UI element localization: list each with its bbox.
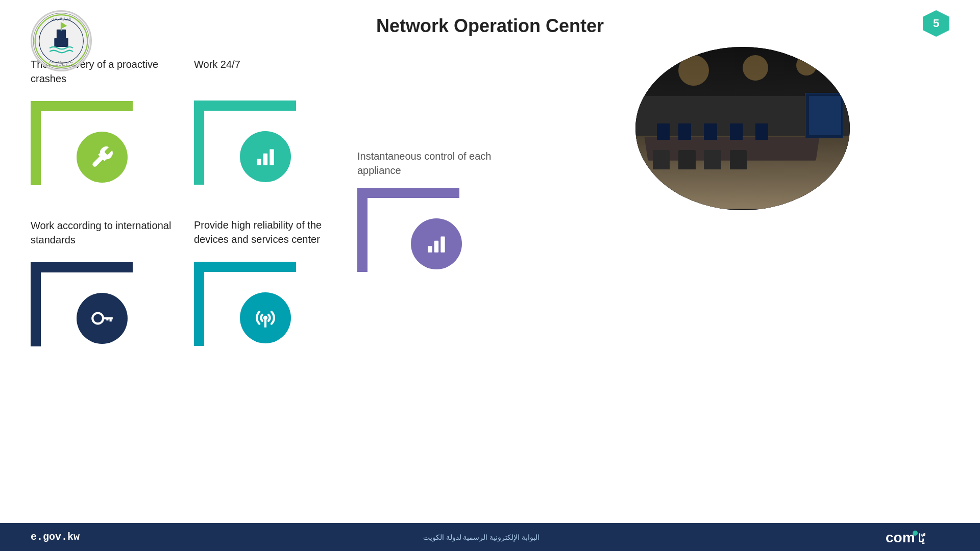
- wrench-x-icon: [89, 144, 115, 170]
- svg-rect-18: [270, 149, 274, 165]
- page-title: Network Operation Center: [376, 15, 604, 37]
- feature-label-instantaneous: Instantaneous control of each appliance: [357, 149, 516, 178]
- svg-text:يّا: يّا: [918, 532, 925, 545]
- key-icon: [89, 306, 115, 331]
- feature-column-2: Work 24/7 Provide high reliability of th…: [194, 57, 337, 364]
- card-247: [194, 101, 327, 203]
- footer-logo: com يّا: [883, 527, 949, 547]
- comyaa-logo-svg: com يّا: [883, 527, 949, 547]
- svg-point-12: [92, 313, 103, 324]
- broadcast-icon: [253, 305, 278, 331]
- footer-arabic: البوابة الإلكترونية الرسمية لدولة الكويت: [423, 533, 540, 541]
- icon-circle-broadcast: [240, 292, 291, 343]
- noc-photo-section: [536, 47, 949, 210]
- icon-circle-barchart-top: [240, 131, 291, 182]
- footer: e.gov.kw البوابة الإلكترونية الرسمية لدو…: [0, 523, 980, 551]
- icon-circle-wrench: [77, 132, 128, 183]
- main-content: The discovery of a proactive crashes Wor…: [0, 47, 980, 369]
- feature-label-reliability: Provide high reliability of the devices …: [194, 218, 337, 246]
- feature-column-1: The discovery of a proactive crashes Wor…: [31, 57, 174, 364]
- svg-text:الجهاز المركزي: الجهاز المركزي: [52, 17, 71, 21]
- footer-website: e.gov.kw: [31, 531, 80, 543]
- svg-rect-5: [61, 22, 62, 31]
- svg-rect-23: [440, 236, 445, 252]
- svg-text:Information Technology: Information Technology: [46, 63, 77, 66]
- feature-label-standards: Work according to international standard…: [31, 218, 174, 247]
- svg-point-19: [263, 316, 267, 320]
- svg-rect-22: [434, 241, 438, 253]
- feature-label-247: Work 24/7: [194, 57, 337, 85]
- svg-rect-21: [428, 246, 432, 253]
- svg-rect-16: [257, 159, 261, 165]
- logo-emblem: Central Agency for Information Technolog…: [32, 12, 90, 70]
- page-number: 5: [923, 10, 949, 37]
- header: Central Agency for Information Technolog…: [0, 0, 980, 47]
- feature-column-3: Instantaneous control of each appliance: [357, 149, 516, 290]
- svg-rect-17: [263, 154, 267, 165]
- icon-circle-key: [77, 293, 128, 344]
- bar-chart-top-icon: [253, 144, 278, 169]
- card-discovery: [31, 101, 163, 203]
- svg-rect-4: [54, 38, 68, 46]
- card-instantaneous: [357, 188, 505, 290]
- icon-circle-barchart-purple: [411, 218, 462, 269]
- card-standards: [31, 262, 163, 364]
- svg-point-26: [913, 531, 918, 536]
- logo: Central Agency for Information Technolog…: [31, 10, 92, 71]
- card-reliability: [194, 262, 327, 364]
- bar-chart-purple-icon: [424, 231, 449, 257]
- noc-room-photo: [635, 47, 850, 210]
- svg-text:com: com: [886, 530, 915, 545]
